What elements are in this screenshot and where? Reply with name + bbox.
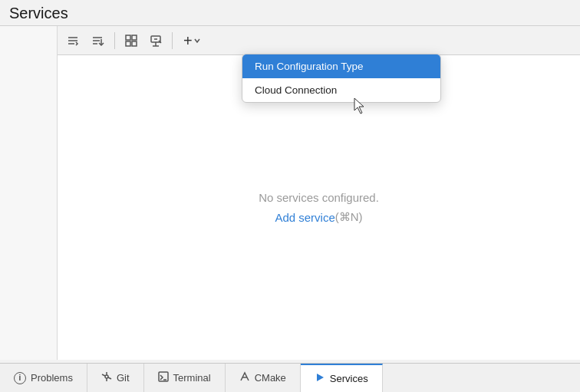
pin-button[interactable]: [144, 31, 167, 51]
services-icon: [315, 372, 325, 385]
problems-label: Problems: [31, 372, 73, 384]
add-dropdown-arrow: [194, 38, 200, 44]
terminal-label: Terminal: [173, 372, 211, 384]
status-bar: i Problems Git Terminal: [0, 363, 580, 392]
services-label: Services: [330, 373, 368, 384]
sort-by-type-icon: [91, 34, 105, 48]
sidebar: [0, 26, 58, 360]
add-service-link[interactable]: Add service: [275, 211, 334, 224]
cloud-connection-item[interactable]: Cloud Connection: [242, 78, 440, 102]
tab-cmake[interactable]: CMake: [226, 364, 301, 392]
tab-services[interactable]: Services: [301, 364, 383, 392]
svg-point-14: [105, 375, 108, 378]
group-by-type-icon: [67, 34, 81, 48]
terminal-icon: [158, 371, 169, 384]
svg-line-16: [108, 377, 111, 379]
svg-marker-20: [317, 374, 324, 381]
svg-rect-9: [132, 41, 137, 46]
group-by-type-button[interactable]: [62, 31, 85, 51]
svg-rect-6: [126, 35, 130, 40]
sort-by-type-button[interactable]: [87, 31, 110, 51]
svg-rect-8: [126, 41, 130, 46]
cmake-label: CMake: [255, 372, 286, 384]
add-service-dropdown: Run Configuration Type Cloud Connection: [242, 54, 441, 103]
cmake-icon: [239, 371, 250, 384]
git-icon: [101, 371, 112, 384]
add-service-button[interactable]: +: [177, 31, 206, 50]
git-label: Git: [117, 372, 130, 384]
tab-terminal[interactable]: Terminal: [144, 364, 226, 392]
empty-state-text: No services configured.: [259, 191, 379, 204]
svg-line-15: [102, 374, 105, 376]
add-service-row: Add service (⌘N): [275, 210, 362, 224]
toolbar-separator-1: [114, 32, 115, 49]
run-configuration-type-item[interactable]: Run Configuration Type: [242, 54, 440, 78]
toolbar-separator-2: [172, 32, 173, 49]
problems-icon: i: [14, 372, 26, 384]
grid-view-icon: [124, 34, 138, 48]
add-service-shortcut: (⌘N): [335, 210, 363, 224]
page-title: Services: [9, 5, 68, 21]
svg-rect-7: [132, 35, 137, 40]
toolbar: + Run Configuration Type Cloud Connectio…: [58, 26, 580, 55]
pin-icon: [149, 34, 163, 48]
tab-git[interactable]: Git: [87, 364, 144, 392]
tab-problems[interactable]: i Problems: [0, 364, 87, 392]
add-icon: +: [183, 33, 193, 48]
title-bar: Services: [0, 0, 580, 26]
grid-view-button[interactable]: [120, 31, 143, 51]
